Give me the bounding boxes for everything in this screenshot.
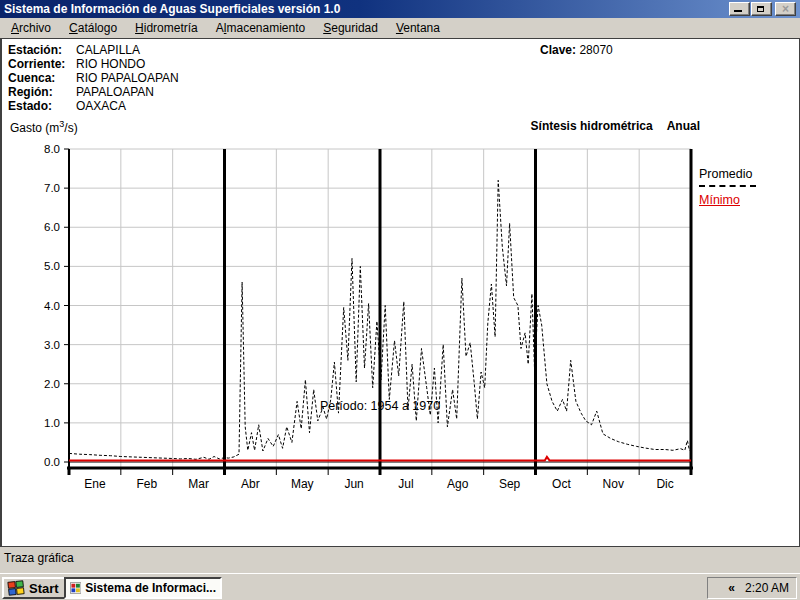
minimize-button[interactable] bbox=[729, 2, 750, 16]
svg-text:May: May bbox=[291, 477, 314, 491]
station-row: Estación:CALAPILLA bbox=[8, 43, 140, 57]
period-label: Período: 1954 a 1970 bbox=[69, 399, 691, 413]
tray-expand-button[interactable]: « bbox=[726, 581, 737, 595]
menu-archivo[interactable]: Archivo bbox=[2, 19, 60, 37]
menu-seguridad[interactable]: Seguridad bbox=[314, 19, 387, 37]
chart-title: Síntesis hidrométrica Anual bbox=[530, 119, 700, 133]
task-label: Sistema de Informaci... bbox=[85, 581, 216, 595]
menu-ventana[interactable]: Ventana bbox=[387, 19, 449, 37]
svg-text:Jul: Jul bbox=[398, 477, 413, 491]
svg-text:4.0: 4.0 bbox=[44, 300, 60, 312]
menu-bar: Archivo Catálogo Hidrometría Almacenamie… bbox=[0, 18, 800, 38]
svg-text:Ago: Ago bbox=[447, 477, 469, 491]
svg-text:Dic: Dic bbox=[656, 477, 673, 491]
svg-text:5.0: 5.0 bbox=[44, 260, 60, 272]
titlebar-buttons: × bbox=[729, 2, 796, 16]
status-text: Traza gráfica bbox=[4, 551, 74, 565]
legend-minimo-label: Mínimo bbox=[699, 193, 756, 207]
svg-text:7.0: 7.0 bbox=[44, 182, 60, 194]
window-title: Sistema de Información de Aguas Superfic… bbox=[4, 2, 340, 16]
station-row: Cuenca:RIO PAPALOAPAN bbox=[8, 71, 179, 85]
restore-button[interactable] bbox=[751, 2, 772, 16]
station-row: Región:PAPALOAPAN bbox=[8, 85, 154, 99]
svg-text:Jun: Jun bbox=[344, 477, 363, 491]
chart-legend: Promedio Mínimo bbox=[699, 167, 756, 207]
y-axis-title: Gasto (m3/s) bbox=[10, 119, 78, 135]
svg-text:Mar: Mar bbox=[188, 477, 209, 491]
clave-field: Clave: 28070 bbox=[540, 43, 613, 57]
svg-text:Nov: Nov bbox=[603, 477, 624, 491]
station-row: Corriente:RIO HONDO bbox=[8, 57, 145, 71]
taskbar-task-sistema[interactable]: Sistema de Informaci... bbox=[64, 577, 222, 599]
station-row: Estado:OAXACA bbox=[8, 99, 126, 113]
status-bar: Traza gráfica bbox=[0, 547, 800, 573]
svg-text:0.0: 0.0 bbox=[44, 456, 60, 468]
clock: 2:20 AM bbox=[745, 581, 789, 595]
svg-text:Sep: Sep bbox=[499, 477, 521, 491]
svg-text:3.0: 3.0 bbox=[44, 339, 60, 351]
minimize-icon bbox=[734, 10, 742, 12]
start-button[interactable]: Start bbox=[2, 577, 67, 599]
restore-icon bbox=[757, 6, 764, 12]
client-area: Estación:CALAPILLA Corriente:RIO HONDO C… bbox=[0, 38, 800, 547]
system-tray: « 2:20 AM bbox=[707, 577, 797, 599]
app-icon bbox=[70, 581, 81, 595]
start-label: Start bbox=[29, 581, 59, 596]
taskbar: Start Sistema de Informaci... « 2:20 AM bbox=[0, 573, 800, 600]
legend-promedio-label: Promedio bbox=[699, 167, 756, 181]
app-window: Sistema de Información de Aguas Superfic… bbox=[0, 0, 800, 600]
hydrograph-chart: 0.01.02.03.04.05.06.07.08.0EneFebMarAbrM… bbox=[2, 139, 762, 519]
svg-text:6.0: 6.0 bbox=[44, 221, 60, 233]
svg-text:8.0: 8.0 bbox=[44, 143, 60, 155]
close-button[interactable]: × bbox=[775, 2, 796, 16]
menu-hidrometria[interactable]: Hidrometría bbox=[126, 19, 207, 37]
close-icon: × bbox=[782, 4, 789, 14]
svg-text:Ene: Ene bbox=[84, 477, 106, 491]
title-bar: Sistema de Información de Aguas Superfic… bbox=[0, 0, 800, 18]
svg-text:Abr: Abr bbox=[241, 477, 260, 491]
svg-text:Feb: Feb bbox=[136, 477, 157, 491]
windows-logo-icon bbox=[7, 580, 25, 596]
menu-catalogo[interactable]: Catálogo bbox=[60, 19, 126, 37]
promedio-line-sample-icon bbox=[699, 185, 756, 187]
svg-text:1.0: 1.0 bbox=[44, 417, 60, 429]
svg-text:2.0: 2.0 bbox=[44, 378, 60, 390]
svg-text:Oct: Oct bbox=[552, 477, 571, 491]
menu-almacenamiento[interactable]: Almacenamiento bbox=[207, 19, 314, 37]
